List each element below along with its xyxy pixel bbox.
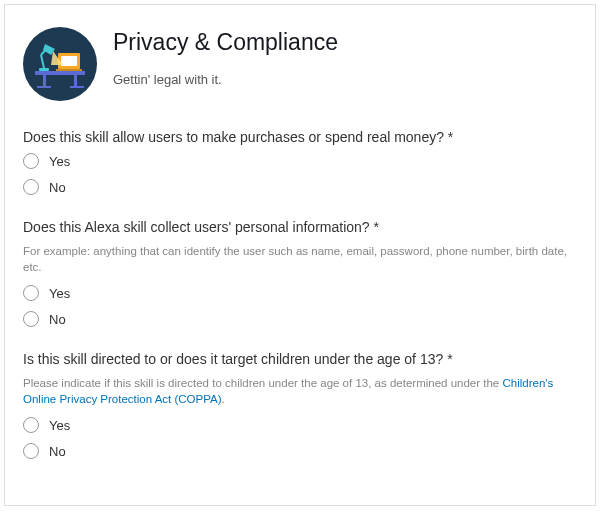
radio-icon	[23, 153, 39, 169]
page-subtitle: Gettin' legal with it.	[113, 72, 338, 87]
radio-purchases-yes[interactable]: Yes	[23, 153, 577, 169]
svg-rect-7	[61, 56, 77, 66]
question-text: Is this skill directed to or does it tar…	[23, 351, 577, 367]
svg-rect-8	[56, 69, 82, 71]
radio-personal-no[interactable]: No	[23, 311, 577, 327]
question-text: Does this skill allow users to make purc…	[23, 129, 577, 145]
radio-label: Yes	[49, 154, 70, 169]
svg-rect-2	[43, 75, 46, 87]
question-hint: For example: anything that can identify …	[23, 243, 577, 275]
radio-icon	[23, 417, 39, 433]
page-title: Privacy & Compliance	[113, 29, 338, 56]
svg-rect-5	[70, 86, 84, 88]
svg-rect-3	[74, 75, 77, 87]
radio-icon	[23, 179, 39, 195]
radio-label: No	[49, 444, 66, 459]
question-text: Does this Alexa skill collect users' per…	[23, 219, 577, 235]
question-personal-info: Does this Alexa skill collect users' per…	[23, 219, 577, 327]
hint-prefix: Please indicate if this skill is directe…	[23, 377, 502, 389]
question-purchases: Does this skill allow users to make purc…	[23, 129, 577, 195]
question-children: Is this skill directed to or does it tar…	[23, 351, 577, 459]
radio-personal-yes[interactable]: Yes	[23, 285, 577, 301]
radio-icon	[23, 443, 39, 459]
radio-children-yes[interactable]: Yes	[23, 417, 577, 433]
radio-label: Yes	[49, 418, 70, 433]
radio-label: Yes	[49, 286, 70, 301]
compliance-illustration-icon	[23, 27, 97, 101]
radio-label: No	[49, 180, 66, 195]
hint-suffix: .	[222, 393, 225, 405]
svg-rect-9	[39, 68, 49, 71]
header-text: Privacy & Compliance Gettin' legal with …	[113, 27, 338, 101]
svg-rect-1	[35, 71, 85, 75]
radio-icon	[23, 311, 39, 327]
privacy-compliance-panel: Privacy & Compliance Gettin' legal with …	[4, 4, 596, 506]
svg-rect-4	[37, 86, 51, 88]
panel-header: Privacy & Compliance Gettin' legal with …	[23, 27, 577, 101]
question-hint: Please indicate if this skill is directe…	[23, 375, 577, 407]
radio-icon	[23, 285, 39, 301]
radio-label: No	[49, 312, 66, 327]
radio-children-no[interactable]: No	[23, 443, 577, 459]
radio-purchases-no[interactable]: No	[23, 179, 577, 195]
